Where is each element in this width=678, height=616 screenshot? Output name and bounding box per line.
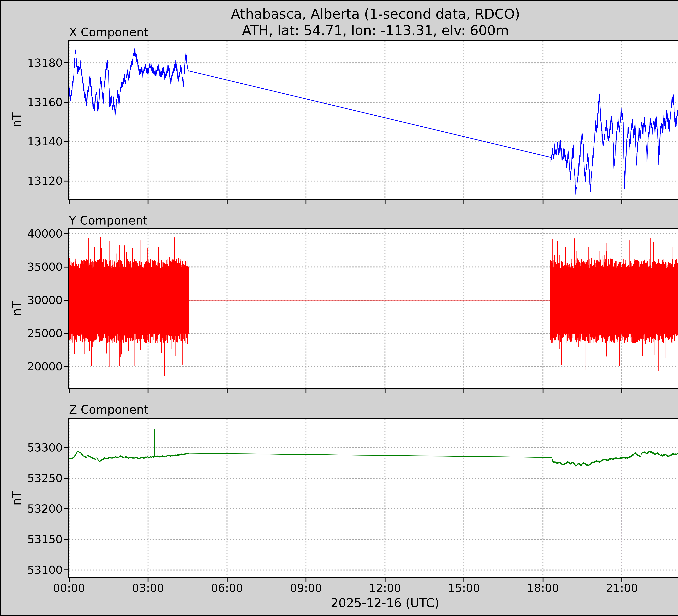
panel-title-y: Y Component (69, 214, 148, 227)
y-tick-mark (64, 233, 68, 234)
y-tick-mark (64, 62, 68, 63)
y-tick-label: 20000 (4, 361, 63, 372)
x-tick-mark (463, 389, 464, 393)
y-tick-mark (64, 181, 68, 182)
x-tick-mark (227, 200, 228, 204)
x-axis-date-label: 2025-12-16 (UTC) (69, 596, 678, 610)
y-tick-mark (64, 366, 68, 367)
x-tick-label: 21:00 (594, 582, 650, 594)
x-tick-label: 03:00 (120, 582, 177, 594)
y-tick-label: 13160 (4, 97, 63, 108)
y-tick-label: 25000 (4, 328, 63, 339)
x-tick-mark (542, 389, 543, 393)
panel-title-z: Z Component (69, 403, 149, 416)
x-tick-mark (622, 389, 623, 393)
y-component-plot-canvas (69, 229, 678, 388)
figure: Athabasca, Alberta (1-second data, RDCO)… (0, 0, 678, 616)
x-component-plot-canvas (69, 41, 678, 199)
figure-title: Athabasca, Alberta (1-second data, RDCO)… (60, 6, 678, 39)
y-tick-label: 13140 (4, 136, 63, 147)
y-tick-mark (64, 102, 68, 103)
y-component-plot (68, 228, 678, 389)
x-tick-mark (305, 389, 306, 393)
y-tick-label: 53250 (4, 472, 63, 484)
x-tick-label: 18:00 (515, 582, 571, 594)
y-tick-label: 53150 (4, 534, 63, 545)
y-tick-mark (64, 447, 68, 448)
y-tick-label: 13120 (4, 175, 63, 187)
x-tick-mark (148, 200, 149, 204)
x-tick-mark (542, 200, 543, 204)
x-tick-label: 09:00 (277, 582, 335, 594)
y-tick-label: 53200 (4, 503, 63, 515)
x-tick-label: 06:00 (198, 582, 256, 594)
x-tick-label: 12:00 (356, 582, 413, 594)
y-axis-label-x: nT (5, 108, 28, 132)
x-tick-mark (69, 200, 70, 204)
y-tick-label: 13180 (4, 57, 63, 69)
figure-title-line1: Athabasca, Alberta (1-second data, RDCO) (60, 6, 678, 22)
y-tick-mark (64, 141, 68, 142)
x-tick-mark (227, 389, 228, 393)
y-tick-mark (64, 333, 68, 334)
y-tick-mark (64, 539, 68, 540)
x-tick-mark (384, 200, 385, 204)
x-tick-label: 15:00 (436, 582, 492, 594)
y-tick-mark (64, 508, 68, 509)
y-tick-mark (64, 300, 68, 301)
z-component-plot-canvas (69, 419, 678, 577)
panel-title-x: X Component (69, 25, 149, 39)
y-tick-label: 35000 (4, 261, 63, 273)
y-tick-mark (64, 478, 68, 479)
x-tick-mark (463, 200, 464, 204)
y-tick-mark (64, 266, 68, 267)
x-component-plot (68, 40, 678, 200)
y-tick-label: 53100 (4, 564, 63, 576)
y-tick-label: 40000 (4, 228, 63, 240)
x-tick-mark (305, 200, 306, 204)
x-tick-mark (148, 389, 149, 393)
x-tick-mark (622, 200, 623, 204)
z-component-plot (68, 418, 678, 578)
x-tick-mark (69, 389, 70, 393)
x-tick-mark (384, 389, 385, 393)
x-tick-label: 00:00 (41, 582, 98, 594)
y-tick-label: 53300 (4, 442, 63, 454)
y-tick-label: 30000 (4, 294, 63, 306)
y-tick-mark (64, 570, 68, 571)
figure-title-line2: ATH, lat: 54.71, lon: -113.31, elv: 600m (60, 22, 678, 39)
